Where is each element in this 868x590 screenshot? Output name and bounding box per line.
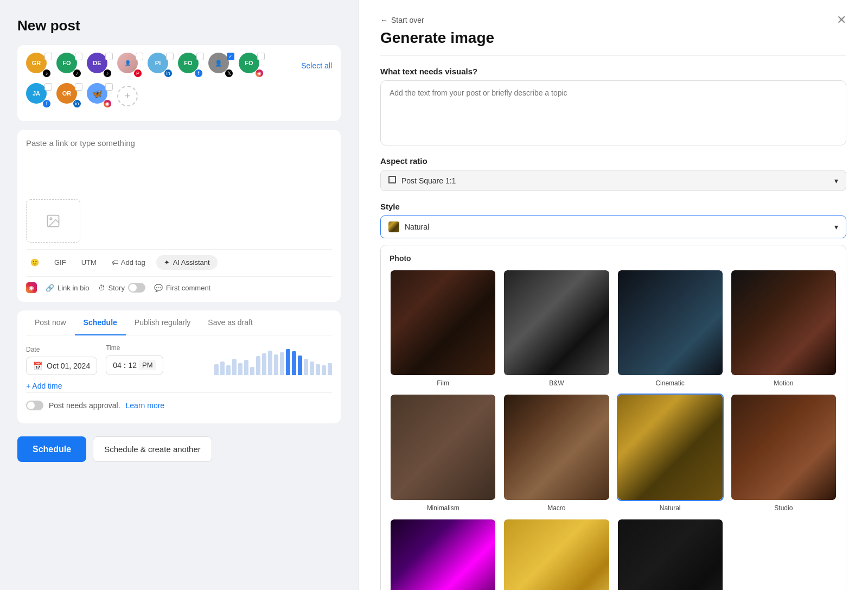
tab-schedule[interactable]: Schedule [75, 310, 126, 335]
emoji-button[interactable]: 🙂 [26, 256, 43, 269]
account-checkbox-checked[interactable]: ✓ [227, 53, 234, 60]
chart-bar [244, 360, 248, 375]
chart-bar [226, 365, 231, 375]
media-upload-button[interactable] [26, 199, 80, 243]
time-input[interactable]: 04 : 12 PM [106, 355, 163, 375]
account-checkbox[interactable] [196, 53, 204, 60]
chart-bar [220, 361, 225, 375]
style-item-studio[interactable]: Studio [730, 394, 837, 511]
style-item-dark[interactable]: Dark [617, 518, 724, 591]
gif-label: GIF [54, 258, 66, 267]
date-label: Date [26, 346, 97, 353]
story-icon: ⏱ [98, 284, 105, 292]
account-de-tiktok[interactable]: DE ♪ [87, 53, 113, 79]
aspect-ratio-text: Post Square 1:1 [401, 176, 456, 185]
tiktok-icon: ♪ [42, 69, 51, 78]
text-visuals-input[interactable] [380, 80, 846, 145]
account-gr-tiktok[interactable]: GR ♪ [26, 53, 52, 79]
account-ja-facebook[interactable]: JA f [26, 83, 52, 109]
style-label: Cinematic [655, 379, 684, 387]
style-item-motion[interactable]: Motion [730, 269, 837, 387]
account-checkbox[interactable] [75, 53, 82, 60]
first-comment-option[interactable]: 💬 First comment [154, 284, 210, 292]
add-account-button[interactable]: + [117, 86, 138, 106]
add-time-button[interactable]: + Add time [26, 379, 62, 392]
style-item-b&w[interactable]: B&W [503, 269, 610, 387]
story-toggle[interactable] [128, 283, 145, 293]
gif-button[interactable]: GIF [50, 256, 71, 269]
post-textarea[interactable] [26, 138, 332, 193]
chart-bar [274, 354, 278, 375]
account-photo-pinterest[interactable]: 👤 P [117, 53, 143, 79]
account-checkbox[interactable] [136, 53, 143, 60]
account-checkbox[interactable] [44, 53, 52, 60]
account-fo-facebook[interactable]: FO f [178, 53, 204, 79]
account-blue-instagram[interactable]: 🦋 ◉ [87, 83, 113, 109]
accounts-row: GR ♪ FO ♪ DE ♪ 👤 P [26, 53, 332, 79]
style-item-macro[interactable]: Macro [503, 394, 610, 511]
account-checkbox[interactable] [75, 83, 82, 91]
photo-section-title: Photo [390, 254, 837, 263]
style-value: Natural [388, 221, 429, 232]
chart-bar [268, 351, 272, 375]
comment-icon: 💬 [154, 284, 163, 292]
toggle-knob [27, 402, 35, 409]
instagram-row: ◉ 🔗 Link in bio ⏱ Story 💬 First comment [26, 276, 332, 293]
instagram-icon: ◉ [103, 99, 112, 108]
date-input[interactable]: 📅 Oct 01, 2024 [26, 357, 97, 375]
chart-bar [280, 352, 284, 375]
tab-save-as-draft[interactable]: Save as draft [199, 310, 261, 335]
account-fo-tiktok[interactable]: FO ♪ [56, 53, 82, 79]
approval-text: Post needs approval. [49, 401, 120, 410]
style-item-latte[interactable]: Latte [503, 518, 610, 591]
account-checkbox[interactable] [166, 53, 174, 60]
tab-post-now[interactable]: Post now [26, 310, 75, 335]
schedule-create-another-button[interactable]: Schedule & create another [93, 436, 212, 462]
pinterest-icon: P [133, 69, 142, 78]
style-item-minimalism[interactable]: Minimalism [390, 394, 496, 511]
engagement-chart [214, 349, 332, 375]
ai-assistant-button[interactable]: ✦ AI Assistant [156, 255, 218, 270]
link-in-bio-option[interactable]: 🔗 Link in bio [46, 284, 90, 292]
left-panel: New post GR ♪ FO ♪ DE ♪ 👤 [0, 0, 358, 590]
time-separator: : [124, 361, 126, 370]
style-item-film[interactable]: Film [390, 269, 496, 387]
approval-toggle[interactable] [26, 401, 43, 410]
style-item-natural[interactable]: Natural [617, 394, 724, 511]
account-checkbox[interactable] [105, 53, 113, 60]
linkedin-icon: in [73, 99, 81, 108]
time-label: Time [106, 344, 163, 352]
chart-bar [328, 363, 332, 375]
account-checkbox[interactable] [257, 53, 265, 60]
ai-label: AI Assistant [173, 258, 210, 267]
emoji-icon: 🙂 [30, 258, 39, 267]
style-label: B&W [549, 379, 564, 387]
account-fo-instagram[interactable]: FO ◉ [239, 53, 265, 79]
aspect-ratio-dropdown[interactable]: Post Square 1:1 ▾ [380, 170, 846, 191]
account-checkbox[interactable] [44, 83, 52, 91]
utm-button[interactable]: UTM [77, 256, 101, 269]
account-fo-x[interactable]: 👤 𝕏 ✓ [208, 53, 234, 79]
facebook-icon: f [194, 69, 203, 78]
back-button[interactable]: ← Start over [380, 16, 424, 24]
chart-bar [232, 359, 237, 375]
style-dropdown[interactable]: Natural ▾ [380, 215, 846, 238]
close-button[interactable]: ✕ [837, 13, 846, 27]
schedule-button[interactable]: Schedule [17, 436, 86, 462]
account-or-linkedin[interactable]: OR in [56, 83, 82, 109]
tab-publish-regularly[interactable]: Publish regularly [126, 310, 200, 335]
add-tag-button[interactable]: 🏷 Add tag [107, 256, 150, 269]
learn-more-link[interactable]: Learn more [126, 401, 165, 410]
facebook-icon: f [42, 99, 51, 108]
chart-bar [316, 364, 320, 375]
select-all-button[interactable]: Select all [301, 61, 332, 70]
back-label: Start over [391, 16, 424, 24]
style-label: Macro [547, 504, 565, 512]
account-pi-linkedin[interactable]: PI in [148, 53, 174, 79]
chart-bar [292, 351, 296, 375]
account-checkbox[interactable] [105, 83, 113, 91]
story-option[interactable]: ⏱ Story [98, 283, 145, 293]
style-item-neon[interactable]: Neon [390, 518, 496, 591]
style-item-cinematic[interactable]: Cinematic [617, 269, 724, 387]
instagram-icon: ◉ [26, 282, 37, 293]
